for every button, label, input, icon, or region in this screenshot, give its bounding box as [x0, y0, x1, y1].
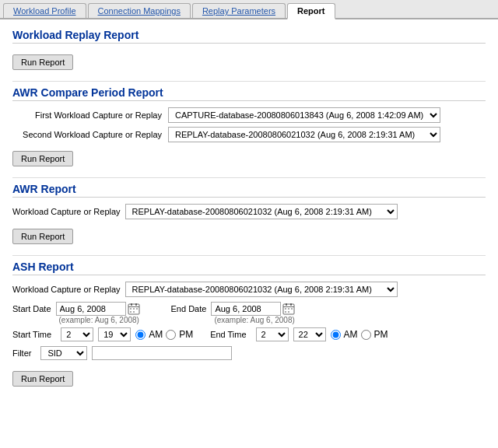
svg-rect-1: [128, 306, 139, 307]
separator-1: [12, 81, 486, 82]
end-am-label[interactable]: AM: [344, 329, 358, 340]
time-row: Start Time 2 13 19 0030 AM PM End Time 2…: [12, 327, 486, 341]
svg-rect-15: [291, 308, 293, 310]
ash-capture-row: Workload Capture or Replay REPLAY-databa…: [12, 282, 486, 297]
filter-row: Filter SID SQL Session: [12, 346, 486, 360]
ash-run-report-button[interactable]: Run Report: [12, 371, 73, 387]
svg-rect-4: [130, 308, 132, 310]
start-time-label: Start Time: [12, 330, 51, 339]
first-capture-row: First Workload Capture or Replay CAPTURE…: [12, 107, 486, 123]
end-date-input-row: [211, 302, 295, 316]
date-row: Start Date: [12, 302, 486, 324]
second-capture-label: Second Workload Capture or Replay: [12, 130, 168, 139]
end-date-label: End Date: [171, 304, 207, 313]
end-am-radio[interactable]: [331, 330, 341, 340]
end-date-input[interactable]: [211, 302, 281, 316]
awr-run-report-button[interactable]: Run Report: [12, 229, 73, 244]
start-am-radio[interactable]: [135, 330, 146, 340]
start-date-label: Start Date: [12, 304, 51, 313]
awr-capture-row: Workload Capture or Replay REPLAY-databa…: [12, 204, 486, 219]
end-date-group: End Date: [171, 302, 296, 324]
awr-compare-run-report-button[interactable]: Run Report: [12, 151, 73, 166]
svg-rect-17: [288, 311, 289, 313]
workload-replay-section: Workload Replay Report Run Report: [12, 29, 486, 73]
awr-report-title: AWR Report: [12, 183, 486, 198]
tab-bar: Workload Profile Connection Mappings Rep…: [0, 0, 498, 19]
svg-rect-7: [130, 311, 132, 313]
svg-rect-11: [286, 303, 287, 306]
svg-rect-14: [288, 308, 289, 310]
filter-label: Filter: [12, 348, 31, 358]
svg-rect-3: [135, 303, 137, 306]
awr-compare-title: AWR Compare Period Report: [12, 86, 486, 101]
tab-workload-profile[interactable]: Workload Profile: [3, 3, 86, 18]
ash-report-section: ASH Report Workload Capture or Replay RE…: [12, 261, 486, 390]
start-date-calendar-icon[interactable]: [128, 303, 140, 315]
awr-compare-section: AWR Compare Period Report First Workload…: [12, 86, 486, 170]
start-pm-label[interactable]: PM: [179, 329, 193, 340]
separator-2: [12, 177, 486, 178]
end-date-inner: (example: Aug 6, 2008): [211, 302, 295, 324]
start-date-hint: (example: Aug 6, 2008): [59, 316, 140, 324]
svg-rect-16: [285, 311, 286, 313]
awr-report-section: AWR Report Workload Capture or Replay RE…: [12, 183, 486, 247]
end-ampm-group: AM PM: [331, 329, 388, 340]
ash-capture-dropdown[interactable]: REPLAY-database-20080806021032 (Aug 6, 2…: [125, 282, 398, 297]
second-capture-dropdown[interactable]: REPLAY-database-20080806021032 (Aug 6, 2…: [168, 127, 440, 142]
end-pm-radio[interactable]: [361, 330, 371, 340]
start-hour-dropdown[interactable]: 2 13: [61, 327, 93, 341]
start-date-input[interactable]: [56, 302, 126, 316]
start-minute-dropdown[interactable]: 19 0030: [98, 327, 131, 341]
filter-value-input[interactable]: [92, 346, 232, 360]
svg-rect-5: [133, 308, 135, 310]
end-date-calendar-icon[interactable]: [282, 303, 295, 315]
tab-replay-parameters[interactable]: Replay Parameters: [192, 3, 286, 18]
svg-rect-6: [136, 308, 138, 310]
end-pm-label[interactable]: PM: [374, 329, 388, 340]
tab-connection-mappings[interactable]: Connection Mappings: [88, 3, 191, 18]
svg-rect-13: [285, 308, 286, 310]
svg-rect-8: [133, 311, 135, 313]
awr-capture-dropdown[interactable]: REPLAY-database-20080806021032 (Aug 6, 2…: [125, 204, 398, 219]
first-capture-dropdown[interactable]: CAPTURE-database-20080806013843 (Aug 6, …: [168, 107, 440, 123]
end-minute-dropdown[interactable]: 22 0030: [293, 327, 326, 341]
start-ampm-group: AM PM: [135, 329, 193, 340]
second-capture-row: Second Workload Capture or Replay REPLAY…: [12, 127, 486, 142]
start-date-inner: (example: Aug 6, 2008): [56, 302, 140, 324]
end-hour-dropdown[interactable]: 2 13: [256, 327, 289, 341]
first-capture-label: First Workload Capture or Replay: [12, 110, 168, 120]
start-am-label[interactable]: AM: [149, 329, 163, 340]
workload-replay-title: Workload Replay Report: [12, 29, 486, 44]
ash-capture-label: Workload Capture or Replay: [12, 285, 121, 294]
svg-rect-2: [131, 303, 132, 306]
start-pm-radio[interactable]: [166, 330, 176, 340]
end-time-label: End Time: [210, 330, 246, 339]
start-date-input-row: [56, 302, 140, 316]
svg-rect-12: [290, 303, 292, 306]
svg-rect-10: [283, 306, 294, 307]
separator-3: [12, 255, 486, 256]
workload-replay-run-report-button[interactable]: Run Report: [12, 54, 73, 70]
filter-type-dropdown[interactable]: SID SQL Session: [40, 346, 87, 360]
awr-capture-label: Workload Capture or Replay: [12, 207, 121, 216]
tab-report[interactable]: Report: [287, 3, 335, 19]
main-content: Workload Replay Report Run Report AWR Co…: [0, 19, 498, 399]
start-date-group: Start Date: [12, 302, 140, 324]
end-date-hint: (example: Aug 6, 2008): [214, 316, 295, 324]
ash-report-title: ASH Report: [12, 261, 486, 275]
